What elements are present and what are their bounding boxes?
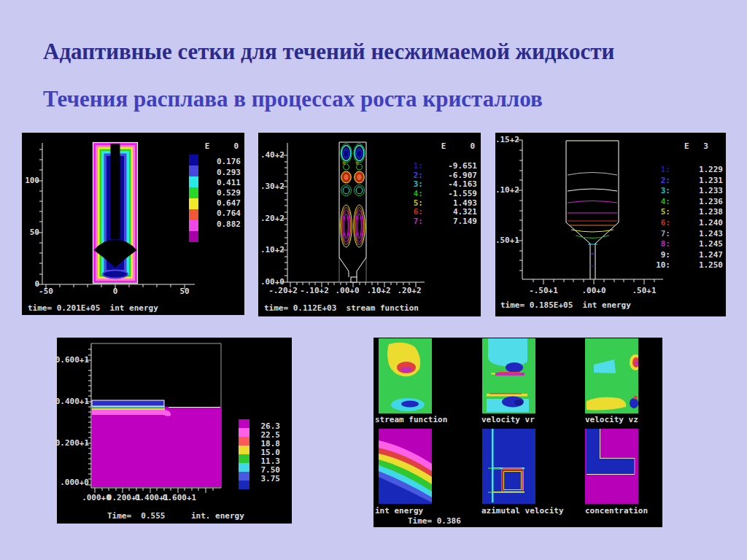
subpanel-label: azimutal velocity	[481, 507, 564, 516]
legend-entry-number: 5:	[661, 208, 670, 217]
y-tick-label: 0.600+1	[55, 356, 89, 365]
x-tick-label: .00+0	[335, 287, 359, 295]
panel-caption: time= 0.201E+05 int energy	[28, 304, 158, 313]
y-tick-label: .20+2	[260, 214, 285, 223]
colorbar	[189, 155, 198, 242]
legend-entry-number: 9:	[661, 251, 670, 260]
slide-title-line1: Адаптивные сетки для течений несжимаемой…	[43, 39, 614, 65]
legend-entry-value: -4.163	[430, 180, 477, 189]
y-tick-label: .10+2	[495, 186, 519, 195]
y-tick-label: 0.400+1	[55, 397, 89, 406]
panel-caption: time= 0.112E+03 stream function	[264, 304, 419, 313]
slide-title-line2: Течения расплава в процессах роста крист…	[43, 86, 543, 112]
subpanel-label: concentration	[585, 507, 648, 516]
legend-entry-number: 1:	[661, 166, 670, 174]
panel-stream-function: E 0 .40+2 .30+2 .20+2 .10+2 .00+0 -.20+2…	[258, 133, 481, 316]
subpanel-int-energy	[379, 429, 432, 504]
colorbar-label: 0.176	[194, 158, 241, 166]
legend-entry-number: 10:	[656, 261, 670, 270]
exponent-label: E 0	[205, 142, 239, 151]
legend-entry-value: 4.321	[430, 208, 477, 217]
y-tick-label: 0.200+1	[55, 439, 89, 448]
x-tick-label: .20+2	[397, 287, 421, 295]
subpanel-velocity-vz	[585, 338, 638, 413]
legend-entry-number: 8:	[661, 240, 670, 249]
y-tick-label: .30+2	[260, 182, 285, 191]
colorbar-label: 0.882	[194, 220, 241, 229]
legend-entry-number: 3:	[414, 180, 423, 189]
time-label: Time= 0.555	[107, 512, 165, 521]
panel-multi-field: stream function velocity vr velocity vz …	[374, 338, 662, 527]
y-tick-label: 50	[30, 228, 39, 237]
subpanel-label: velocity vr	[481, 416, 535, 424]
x-tick-label: -50	[39, 287, 53, 296]
panel-caption: int. energy	[191, 512, 244, 521]
colorbar-label: 0.647	[194, 199, 241, 208]
x-tick-label: .10+2	[366, 287, 390, 295]
legend-entry-value: -9.651	[430, 162, 477, 171]
legend-entry-value: -1.559	[430, 190, 477, 198]
legend-entry-value: 1.236	[676, 198, 723, 206]
legend-entry-number: 6:	[661, 219, 670, 228]
subpanel-stream-function	[379, 338, 432, 413]
y-tick-label: .50+1	[495, 236, 519, 245]
y-tick-label: 100	[25, 176, 39, 185]
exponent-label: E 0	[441, 142, 475, 151]
legend-entry-number: 7:	[661, 230, 670, 238]
y-tick-label: .10+2	[260, 246, 285, 254]
legend-entry-number: 1:	[414, 162, 423, 171]
panel-caption: time= 0.185E+05 int energy	[500, 301, 631, 310]
x-tick-label: 0	[113, 287, 118, 296]
legend-entry-number: 4:	[661, 198, 670, 206]
x-tick-label: 0.600+1	[163, 494, 196, 502]
y-tick-label: .000+0	[60, 478, 89, 487]
subpanel-label: stream function	[375, 416, 447, 424]
slide: { "slide": { "title_line1": "Адаптивные …	[0, 0, 747, 560]
exponent-label: E 3	[684, 142, 708, 151]
subpanel-concentration	[585, 429, 638, 504]
x-tick-label: 50	[179, 287, 189, 296]
legend-entry-number: 2:	[661, 176, 670, 185]
legend-entry-value: 1.231	[676, 176, 723, 185]
subpanel-label: int energy	[375, 507, 423, 516]
subpanel-azimutal-velocity	[482, 429, 535, 504]
y-tick-label: .15+2	[495, 136, 519, 144]
colorbar-swatch	[189, 231, 198, 242]
legend-entry-number: 4:	[414, 190, 423, 198]
x-tick-label: .00+0	[581, 287, 605, 295]
panel-int-energy-ampoule: E 0 100 50 0 -50 0 50 0.176 0.293 0.411 …	[22, 133, 244, 315]
colorbar-label: 0.293	[194, 168, 241, 177]
subpanel-label: velocity vz	[585, 416, 638, 424]
legend-entry-value: 1.238	[676, 208, 723, 217]
subpanel-velocity-vr	[482, 338, 535, 413]
legend-entry-value: 1.247	[676, 251, 723, 260]
legend-entry-value: 7.149	[430, 217, 477, 226]
y-tick-label: .40+2	[260, 151, 285, 160]
legend-entry-number: 6:	[414, 208, 423, 217]
colorbar-label: 0.411	[194, 179, 241, 187]
panel-int-energy-field: 0.600+1 0.400+1 0.200+1 .000+0 .000+0 0.…	[57, 338, 292, 524]
legend-entry-number: 3:	[661, 187, 670, 195]
legend-entry-value: 1.229	[676, 166, 723, 174]
colorbar-label: 3.75	[233, 475, 280, 483]
legend-entry-value: 1.243	[676, 230, 723, 238]
x-tick-label: -.50+1	[529, 287, 558, 295]
legend-entry-value: 1.245	[676, 240, 723, 249]
colorbar-label: 0.764	[194, 209, 241, 218]
time-label: Time= 0.386	[408, 517, 461, 526]
legend-entry-value: 1.233	[676, 187, 723, 195]
panel-int-energy-crucible: E 3 .15+2 .10+2 .50+1 -.50+1 .00+0 .50+1…	[495, 133, 726, 316]
legend-entry-value: 1.250	[676, 261, 723, 270]
legend-entry-number: 7:	[414, 217, 423, 226]
legend-entry-value: 1.240	[676, 219, 723, 228]
x-tick-label: -.20+2	[268, 287, 298, 295]
x-tick-label: -.10+2	[300, 287, 329, 295]
x-tick-label: .50+1	[632, 287, 656, 295]
colorbar-label: 0.529	[194, 189, 241, 198]
